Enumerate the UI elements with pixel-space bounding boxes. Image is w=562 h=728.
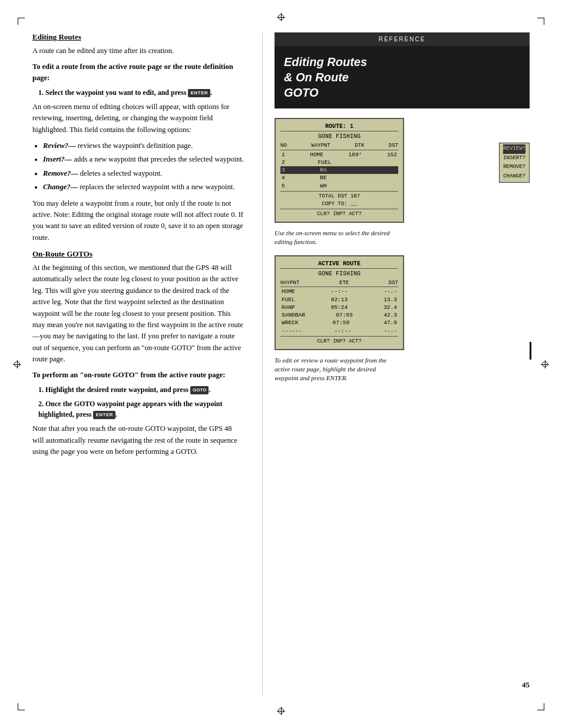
on-route-step2: 2. Once the GOTO waypoint page appears w… [38,398,244,420]
reference-label: REFERENCE [275,32,530,46]
screen1-row-4: 4 BE [280,174,398,182]
screen1-copy: COPY TO: __ [280,200,398,208]
delete-note: You may delete a waypoint from a route, … [32,198,244,244]
screen2-row-empty: ------ --:-- --.- [280,327,398,335]
screen2-row-fuel: FUEL 02:13 13.3 [280,296,398,304]
column-divider [262,32,263,696]
screen2-title: ACTIVE ROUTE [280,260,398,269]
gps-screen1-container: ROUTE: 1 GONE FISHING NO WAYPNT DTK DST … [275,118,530,223]
reg-mark-bottom [277,707,285,715]
on-screen-text: An on-screen menu of editing choices wil… [32,101,244,136]
left-column: Editing Routes A route can be edited any… [32,32,256,696]
on-route-note: Note that after you reach the on-route G… [32,423,244,457]
on-route-heading: On-Route GOTOs [32,249,244,259]
menu-review: REVIEW? [503,144,525,154]
right-column: REFERENCE Editing Routes & On Route GOTO… [269,32,530,696]
screen2-row-wreck: WRECK 07:59 47.9 [280,319,398,327]
bullet-insert: Insert?— adds a new waypoint that preced… [43,154,244,165]
screen1-title: ROUTE: 1 [280,123,398,131]
screen1-row-2: 2 FUEL [280,159,398,166]
bullet-change: Change?— replaces the selected waypoint … [43,182,244,193]
enter-button-2: ENTER [93,411,115,419]
screen1-footer: CLR? INP? ACT? [280,209,398,218]
on-route-para1: At the beginning of this section, we men… [32,262,244,365]
edit-route-step1: 1. Select the waypoint you want to edit,… [38,87,244,98]
screen1-row-1: 1 HOME 189° 152 [280,151,398,159]
reg-mark-right [541,360,549,368]
sidebar-title: Editing Routes & On Route GOTO [284,54,520,100]
editing-routes-heading: Editing Routes [32,32,244,42]
screen1-subtitle: GONE FISHING [280,133,398,141]
gps-menu-overlay: REVIEW? INSERT? REMOVE? CHANGE? [499,143,530,183]
editing-options-list: Review?— reviews the waypoint's definiti… [43,140,244,193]
corner-mark-bl [18,703,25,710]
on-route-bold-heading: To perform an "on-route GOTO" from the a… [32,370,244,381]
corner-mark-br [537,703,544,710]
screen2-row-home: HOME --:-- --.- [280,288,398,295]
menu-insert: INSERT? [503,154,525,163]
gps-screen1: ROUTE: 1 GONE FISHING NO WAYPNT DTK DST … [275,118,404,223]
screen2-footer: CLR? INP? ACT? [280,336,398,345]
screen2-row-sandbar: SANDBAR 07:03 42.3 [280,311,398,319]
enter-button-1: ENTER [188,89,210,97]
editing-routes-intro: A route can be edited any time after its… [32,45,244,57]
on-route-step1: 1. Highlight the desired route waypoint,… [38,384,244,395]
reg-mark-top [277,13,285,21]
menu-remove: REMOVE? [503,163,525,172]
screen1-row-5: 5 WH [280,182,398,190]
screen1-caption: Use the on-screen menu to select the des… [275,229,398,247]
page-number: 45 [522,680,530,690]
edit-route-bold-heading: To edit a route from the active route pa… [32,61,244,84]
gps-screen2-container: ACTIVE ROUTE GONE FISHING HAYPNT ETE DST… [275,255,530,350]
goto-button: GOTO [190,386,209,394]
screen2-row-ranp: RANP 05:24 32.4 [280,304,398,311]
menu-change: CHANGE? [503,172,525,182]
edge-bar [530,342,531,360]
screen2-subtitle: GONE FISHING [280,270,398,278]
screen1-total: TOTAL DST 187 [280,191,398,200]
editing-routes-section: Editing Routes A route can be edited any… [32,32,244,243]
gps-screen1-outer: ROUTE: 1 GONE FISHING NO WAYPNT DTK DST … [275,118,530,223]
screen2-caption: To edit or review a route waypoint from … [275,356,398,383]
bullet-remove: Remove?— deletes a selected waypoint. [43,168,244,179]
on-route-gotos-section: On-Route GOTOs At the beginning of this … [32,249,244,457]
gps-screen2: ACTIVE ROUTE GONE FISHING HAYPNT ETE DST… [275,255,404,350]
bullet-review: Review?— reviews the waypoint's definiti… [43,140,244,151]
reg-mark-left [13,360,21,368]
screen1-row-3: 3 RA [280,166,398,174]
corner-mark-tl [18,18,25,25]
screen2-header: HAYPNT ETE DST [280,279,398,288]
title-box: Editing Routes & On Route GOTO [275,46,530,108]
screen1-header: NO WAYPNT DTK DST [280,142,398,150]
corner-mark-tr [537,18,544,25]
